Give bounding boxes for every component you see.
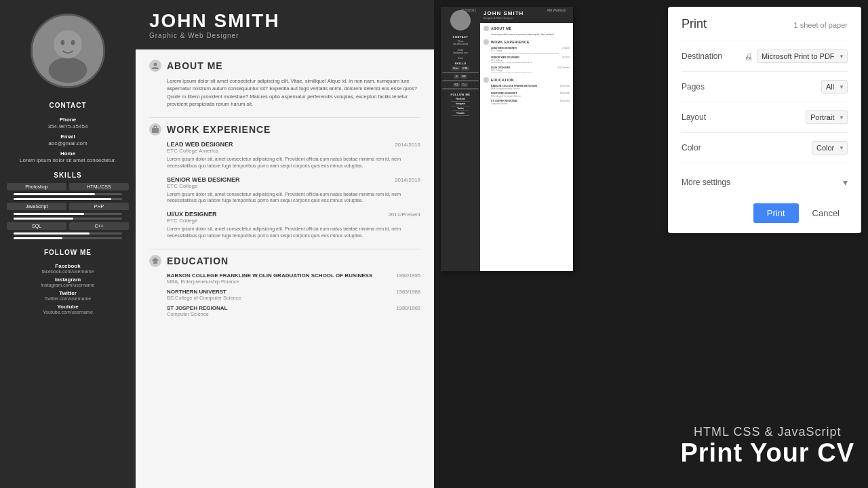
job-2-date: 2014/2016 xyxy=(395,177,420,183)
edu-2-degree: BS.College of Computer Science xyxy=(167,295,420,301)
small-cpp: C++ xyxy=(461,83,468,87)
education-section: EDUCATION 1992/1995 BABSON COLLEGE FRANK… xyxy=(149,255,420,317)
job-2: SENIOR WEB DESIGNER 2014/2016 ETC Colleg… xyxy=(167,176,420,205)
cv-header: JOHN SMITH Graphic & Web Designer xyxy=(136,0,434,49)
print-sheet-info: 1 sheet of paper xyxy=(793,21,848,29)
destination-select-wrapper[interactable]: Microsoft Print to PDF xyxy=(757,49,848,63)
instagram-label: Instagram xyxy=(55,277,81,283)
layout-value: Portrait xyxy=(806,110,848,124)
edu-3-degree: Computer Science xyxy=(167,311,420,317)
small-contact-phone: Phone354-9875-35454Emailabc@gmail.comHom… xyxy=(453,40,468,60)
destination-select[interactable]: Microsoft Print to PDF xyxy=(757,49,848,63)
small-about-label: ABOUT ME xyxy=(491,26,512,30)
job-2-desc: Lorem ipsum dolor sit, amet consectetur … xyxy=(167,191,420,205)
skill-php: PHP xyxy=(69,203,129,210)
pages-select-wrapper[interactable]: All xyxy=(821,80,848,94)
skill-bars-3 xyxy=(7,232,129,239)
twitter-label: Twitter xyxy=(59,290,77,296)
cancel-button[interactable]: Cancel xyxy=(804,203,848,223)
small-avatar xyxy=(450,10,471,30)
more-settings-label: More settings xyxy=(682,178,730,187)
color-select-wrapper[interactable]: Color xyxy=(812,141,848,155)
skill-bars-1 xyxy=(7,193,129,200)
layout-row: Layout Portrait xyxy=(682,110,848,133)
twitter-url: Twitter.com/username xyxy=(45,296,91,301)
svg-rect-6 xyxy=(152,128,159,133)
education-icon xyxy=(149,255,161,267)
youtube-url: Youtube.com/username xyxy=(43,310,93,314)
small-job-1: LEAD WEB DESIGNER 2014/16 ETC College Lo… xyxy=(491,47,570,54)
small-job-2-date: 2014/16 xyxy=(562,56,570,59)
print-buttons: Print Cancel xyxy=(682,203,848,223)
small-watermark: AM Webtech xyxy=(547,8,566,12)
edu-2-school: NORTHERN UNIVERST xyxy=(167,289,420,295)
home-value: Lorem ipsum dolor sit amet consectetur. xyxy=(13,157,123,164)
pages-label: Pages xyxy=(682,82,705,92)
small-skill-row-2: JS PHP xyxy=(454,75,467,79)
phone-value: 354-9875-35454 xyxy=(48,123,88,130)
destination-label: Destination xyxy=(682,52,722,61)
small-date: 8/22/2021 xyxy=(461,8,476,12)
skill-row-2: JavaScript PHP xyxy=(7,203,129,210)
job-3-company: ETC College xyxy=(167,218,420,224)
color-label: Color xyxy=(682,143,701,152)
facebook-url: facebook.com/username xyxy=(42,269,94,274)
svg-point-4 xyxy=(71,40,75,45)
small-edu-2-year: 1983/1988 xyxy=(560,92,570,95)
printer-icon: 🖨 xyxy=(745,52,753,62)
small-bar-1 xyxy=(442,72,479,73)
job-2-title: SENIOR WEB DESIGNER xyxy=(167,176,240,183)
avatar xyxy=(31,14,105,88)
job-1: LEAD WEB DESIGNER 2014/2016 ETC College … xyxy=(167,141,420,169)
job-1-company: ETC College America xyxy=(167,148,420,154)
more-settings-row[interactable]: More settings ▾ xyxy=(682,171,848,193)
small-edu-1-year: 1992/1995 xyxy=(560,85,570,87)
person-icon xyxy=(149,60,161,72)
small-edu-3-degree: Computer Science xyxy=(491,102,570,105)
email-value: abc@gmail.com xyxy=(48,140,87,147)
small-edu-3-year: 1980/1983 xyxy=(560,100,570,102)
job-3-date: 2011/Present xyxy=(388,211,420,218)
job-3: UI/UX DESIGNER 2011/Present ETC College … xyxy=(167,211,420,239)
small-bar-3 xyxy=(442,88,479,89)
svg-point-5 xyxy=(154,63,157,66)
cv-sidebar: CONTACT Phone 354-9875-35454 Email abc@g… xyxy=(0,0,136,488)
small-edu-section: EDUCATION BABSON COLLEGE FRANKLINE W.OLI… xyxy=(484,77,570,105)
small-job-2-desc: Lorem ipsum dolor sit amet consectetur a… xyxy=(491,62,570,64)
print-button[interactable]: Print xyxy=(753,203,799,223)
job-2-header: SENIOR WEB DESIGNER 2014/2016 xyxy=(167,176,420,183)
destination-row: Destination 🖨 Microsoft Print to PDF xyxy=(682,49,848,72)
job-3-header: UI/UX DESIGNER 2011/Present xyxy=(167,211,420,218)
small-follow-title: FOLLOW ME xyxy=(451,93,471,96)
htmlcss-bar xyxy=(14,198,122,200)
layout-select[interactable]: Portrait xyxy=(806,110,848,124)
banner-main-text: Print Your CV xyxy=(680,439,854,468)
small-job-2: SENIOR WEB DESIGNER 2014/16 ETC College … xyxy=(491,56,570,64)
cpp-bar xyxy=(14,237,122,239)
small-js: JS xyxy=(454,75,459,79)
job-1-title: LEAD WEB DESIGNER xyxy=(167,141,233,148)
briefcase-icon xyxy=(149,123,161,136)
cv-small-preview: 8/22/2021 AM Webtech CONTACT Phone354-98… xyxy=(441,7,573,271)
pages-select[interactable]: All xyxy=(821,80,848,94)
small-work-section: WORK EXPERIENCE LEAD WEB DESIGNER 2014/1… xyxy=(484,39,570,74)
small-bar-2 xyxy=(442,80,479,81)
svg-point-3 xyxy=(61,40,65,45)
skill-cpp: C++ xyxy=(69,222,129,230)
small-job-3: UI/UX DESIGNER 2011/Present ETC College … xyxy=(491,66,570,74)
youtube-label: Youtube xyxy=(57,304,78,310)
small-skill-row-3: SQL C++ xyxy=(453,83,468,87)
cv-small-sidebar: CONTACT Phone354-9875-35454Emailabc@gmai… xyxy=(441,7,480,271)
facebook-label: Facebook xyxy=(55,263,80,269)
skills-grid: Photoshop HTML/CSS JavaScript PHP SQL xyxy=(0,183,136,242)
cv-main-content: JOHN SMITH Graphic & Web Designer ABOUT … xyxy=(136,0,434,488)
color-value: Color xyxy=(812,141,848,155)
follow-section-title: FOLLOW ME xyxy=(44,249,92,256)
layout-select-wrapper[interactable]: Portrait xyxy=(806,110,848,124)
edu-title: EDUCATION xyxy=(167,256,229,266)
color-select[interactable]: Color xyxy=(812,141,848,155)
email-label: Email xyxy=(60,134,75,140)
small-skills-title: SKILLS xyxy=(454,62,466,65)
phone-label: Phone xyxy=(60,117,76,123)
skills-section-title: SKILLS xyxy=(54,171,82,179)
